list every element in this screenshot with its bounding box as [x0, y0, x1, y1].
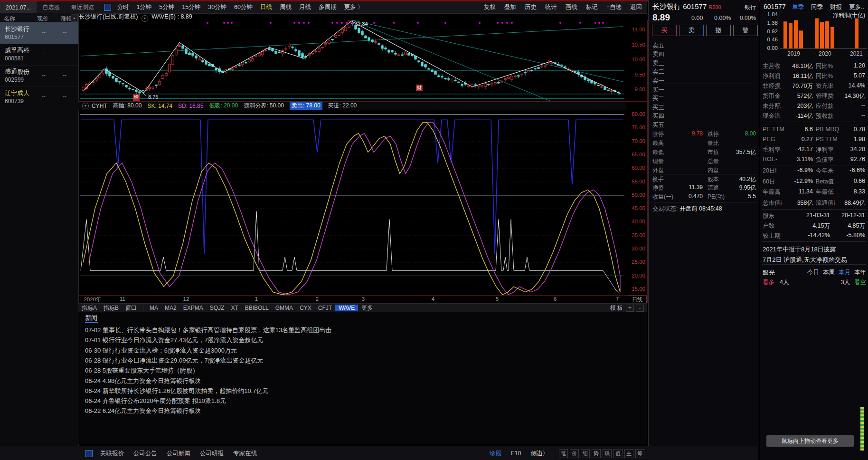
indicator-axis-label: 20.00 — [626, 273, 645, 278]
indicator-group-tab[interactable]: 指标A — [78, 304, 100, 312]
panel-scrollbar[interactable] — [860, 407, 864, 450]
watchlist-row[interactable]: 辽宁成大600739---- — [0, 86, 78, 108]
order-button-买[interactable]: 买 — [652, 25, 677, 36]
mini-tab[interactable]: 筹 — [635, 449, 644, 458]
indicator-group-tab[interactable]: 窗口 — [122, 304, 140, 312]
tool-item[interactable]: 返回 — [626, 3, 646, 11]
order-button-卖[interactable]: 卖 — [679, 25, 704, 36]
price-axis[interactable]: 11.0010.5010.009.509.0080.0075.0070.0065… — [626, 20, 648, 303]
candlestick-chart[interactable]: 11.348.75 — [78, 20, 626, 101]
indicator-tab[interactable]: CFJT — [315, 305, 335, 311]
period-item[interactable]: 更多 〉 — [340, 3, 368, 11]
news-item[interactable]: 06-30 银行行业资金流入榜：6股净流入资金超3000万元 — [85, 346, 237, 355]
chevron-down-circle-icon[interactable]: ▾ — [82, 103, 89, 109]
period-item[interactable]: 60分钟 — [230, 3, 256, 11]
period-item[interactable]: 1分钟 — [132, 3, 155, 11]
news-tab[interactable]: 新闻 — [85, 314, 97, 322]
chart-mode-icon[interactable] — [104, 4, 111, 11]
bottom-link[interactable]: 公司公告 — [129, 450, 162, 458]
indicator-tab[interactable]: XT — [227, 305, 241, 311]
tool-item[interactable]: 标记 — [582, 3, 602, 11]
mini-tab[interactable]: 联 — [603, 449, 612, 458]
sentiment-period-tab[interactable]: 今日 — [807, 268, 819, 277]
news-item[interactable]: 06-28 银行行业今日净流出资金29.09亿元，7股净流出资金超亿元 — [85, 356, 264, 365]
period-item[interactable]: 分时 — [113, 3, 132, 11]
bottom-link[interactable]: 公司研报 — [195, 450, 228, 458]
cyht-indicator-chart[interactable] — [78, 110, 626, 296]
finance-tab[interactable]: 同季 — [811, 3, 823, 11]
template-button[interactable]: 模 板 — [610, 304, 623, 312]
mini-tab[interactable]: 笔 — [559, 449, 568, 458]
period-item[interactable]: 5分钟 — [155, 3, 178, 11]
indicator-tab[interactable]: MA2 — [161, 305, 180, 311]
indicator-tab[interactable]: GMMA — [272, 305, 296, 311]
mini-tab[interactable]: 细 — [581, 449, 590, 458]
price-axis-label: 10.50 — [626, 42, 645, 48]
scrollbar-up-icon[interactable]: ▲ — [71, 14, 78, 22]
order-button-警[interactable]: 警 — [733, 25, 758, 36]
period-item[interactable]: 月线 — [295, 3, 315, 11]
bottom-link[interactable]: 专家在线 — [228, 450, 262, 458]
news-item[interactable]: 06-22 6.24亿元主力资金今日抢筹银行板块 — [85, 407, 201, 415]
finance-tab[interactable]: 更多.. — [849, 3, 864, 11]
event-marker-zeng[interactable]: 增 — [133, 94, 140, 101]
zoom-out-button[interactable]: - — [636, 305, 644, 312]
zoom-in-button[interactable]: + — [626, 305, 634, 312]
top-tab[interactable]: 2021.07... — [0, 1, 37, 13]
news-item[interactable]: 06-24 齐鲁银行公布2020年度分配预案 拟10派1.8元 — [85, 397, 226, 405]
period-item[interactable]: 周线 — [276, 3, 295, 11]
tool-item[interactable]: 叠加 — [500, 3, 520, 11]
fin-label: PEG — [763, 136, 775, 143]
news-item[interactable]: 07-02 董事长、行长带头自掏腰包！多家银行高管增持自家股票，这家13名董监高… — [85, 326, 331, 335]
order-button-撤[interactable]: 撤 — [706, 25, 731, 36]
watchlist-row[interactable]: 盛通股份002599---- — [0, 65, 78, 87]
news-item[interactable]: 07-01 银行行业今日净流入资金27.43亿元，7股净流入资金超亿元 — [85, 336, 264, 345]
indicator-group-tab[interactable]: 指标B — [100, 304, 122, 312]
period-item[interactable]: 多周期 — [315, 3, 340, 11]
period-item[interactable]: 15分钟 — [178, 3, 204, 11]
mini-tab[interactable]: 值 — [613, 449, 623, 458]
indicator-tab[interactable]: MA — [146, 305, 161, 311]
event-marker-cai[interactable]: 财 — [416, 85, 423, 91]
sentiment-period-tab[interactable]: 本周 — [823, 268, 835, 277]
indicator-tab[interactable]: 更多 — [358, 304, 376, 312]
indicator-tab[interactable]: EXPMA — [180, 305, 207, 311]
bottom-action[interactable]: F10 — [506, 450, 526, 457]
sentiment-period-tab[interactable]: 本月 — [839, 268, 850, 277]
tool-item[interactable]: 统计 — [541, 3, 561, 11]
news-item[interactable]: 06-24 4.98亿元主力资金今日抢筹银行板块 — [85, 377, 201, 385]
finance-tab[interactable]: 单季 — [792, 3, 804, 11]
news-item[interactable]: 06-28 5股获重要股东大手笔增持（附股） — [85, 366, 198, 375]
tool-item[interactable]: 画线 — [561, 3, 582, 11]
price-change: 0.00 — [691, 15, 703, 21]
period-item[interactable]: 日线 — [256, 3, 276, 11]
watchlist-row[interactable]: 长沙银行601577---- — [0, 22, 78, 44]
mini-tab[interactable]: 价 — [570, 449, 579, 458]
indicator-tab[interactable]: WAVE — [335, 305, 358, 311]
finance-tab[interactable]: 财报 — [830, 3, 842, 11]
watchlist-row[interactable]: 威孚高科000581---- — [0, 44, 78, 66]
tool-item[interactable]: 复权 — [480, 3, 500, 11]
bottom-action[interactable]: 诊股 — [485, 450, 506, 458]
top-tab[interactable]: 最近浏览 — [65, 1, 99, 13]
bottom-link[interactable]: 关联报价 — [95, 450, 129, 458]
tool-item[interactable]: +自选 — [602, 3, 626, 11]
col-header-name[interactable]: 名称 — [4, 15, 15, 23]
top-tab[interactable]: 自选股 — [37, 1, 65, 13]
bottom-link[interactable]: 公司新闻 — [162, 450, 195, 458]
mini-tab[interactable]: 势 — [592, 449, 601, 458]
axis-period-box[interactable]: 日线 — [628, 296, 647, 303]
sentiment-period-tab[interactable]: 本年 — [854, 268, 866, 277]
bottom-action[interactable]: 侧边〉 — [526, 450, 554, 458]
period-item[interactable]: 30分钟 — [204, 3, 230, 11]
indicator-tab[interactable]: BBIBOLL — [242, 305, 272, 311]
mini-tab[interactable]: 主 — [624, 449, 633, 458]
quote-link-icon[interactable] — [85, 450, 93, 457]
indicator-tab[interactable]: SQJZ — [207, 305, 228, 311]
industry-name[interactable]: 银行 — [745, 3, 756, 11]
news-item[interactable]: 06-24 新华联所持长沙银行1.26亿股被司法拍卖，起拍价约10.7亿元 — [85, 387, 268, 395]
tool-item[interactable]: 历史 — [520, 3, 541, 11]
indicator-tab[interactable]: CYX — [296, 305, 315, 311]
col-header-price[interactable]: 现价 — [37, 15, 48, 23]
time-axis-label: 2020年 — [84, 296, 101, 303]
